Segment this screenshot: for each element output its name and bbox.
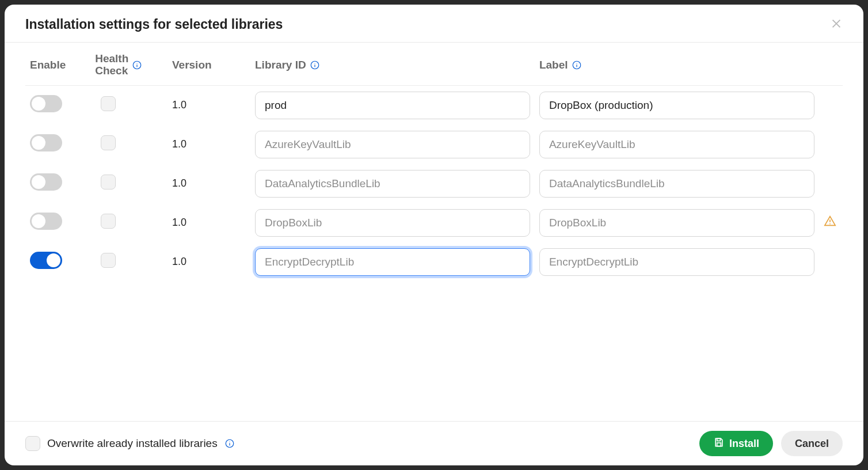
close-button[interactable] (828, 15, 845, 34)
col-header-version: Version (167, 43, 250, 85)
warning-icon[interactable] (824, 218, 836, 230)
col-header-library-id: Library ID (250, 43, 535, 85)
label-input[interactable] (539, 248, 814, 276)
enable-toggle[interactable] (30, 173, 62, 191)
label-input[interactable] (539, 131, 814, 158)
label-input[interactable] (539, 209, 814, 237)
info-icon[interactable] (224, 438, 235, 449)
col-header-enable: Enable (25, 43, 90, 85)
version-cell: 1.0 (167, 203, 250, 242)
enable-toggle[interactable] (30, 95, 62, 112)
close-icon (830, 17, 843, 32)
svg-point-4 (137, 63, 138, 63)
table-row: 1.0 (25, 203, 843, 242)
svg-point-15 (229, 441, 230, 442)
svg-rect-17 (717, 442, 721, 446)
enable-toggle[interactable] (30, 252, 62, 269)
version-cell: 1.0 (167, 85, 250, 125)
label-input[interactable] (539, 92, 814, 119)
col-header-label: Label (535, 43, 819, 85)
modal-body: Enable Health Check Version (5, 43, 863, 421)
health-check-checkbox[interactable] (101, 214, 116, 229)
svg-point-12 (829, 223, 831, 225)
overwrite-checkbox[interactable] (25, 436, 40, 451)
table-row: 1.0 (25, 125, 843, 164)
col-header-health: Health Check (90, 43, 167, 85)
health-check-checkbox[interactable] (101, 96, 116, 111)
modal-title: Installation settings for selected libra… (25, 17, 283, 32)
overwrite-label: Overwrite already installed libraries (47, 437, 218, 450)
enable-toggle[interactable] (30, 134, 62, 151)
library-id-input[interactable] (255, 92, 530, 119)
col-header-warning (819, 43, 843, 85)
cancel-button[interactable]: Cancel (781, 431, 843, 456)
version-cell: 1.0 (167, 164, 250, 203)
library-id-input[interactable] (255, 131, 530, 158)
library-id-input[interactable] (255, 248, 530, 276)
label-input[interactable] (539, 170, 814, 198)
library-id-input[interactable] (255, 170, 530, 198)
health-check-checkbox[interactable] (101, 135, 116, 150)
modal-header: Installation settings for selected libra… (5, 5, 863, 43)
enable-toggle[interactable] (30, 213, 62, 230)
info-icon[interactable] (572, 60, 582, 70)
table-row: 1.0 (25, 242, 843, 282)
save-icon (713, 437, 725, 451)
svg-rect-16 (717, 438, 721, 441)
version-cell: 1.0 (167, 125, 250, 164)
modal-footer: Overwrite already installed libraries In… (5, 421, 863, 465)
health-check-checkbox[interactable] (101, 253, 116, 268)
health-check-checkbox[interactable] (101, 175, 116, 189)
library-id-input[interactable] (255, 209, 530, 237)
info-icon[interactable] (310, 60, 320, 70)
svg-point-10 (576, 63, 577, 63)
install-button[interactable]: Install (699, 431, 773, 456)
libraries-table: Enable Health Check Version (25, 43, 843, 282)
install-settings-modal: Installation settings for selected libra… (5, 5, 863, 465)
info-icon[interactable] (132, 60, 142, 70)
table-header-row: Enable Health Check Version (25, 43, 843, 85)
svg-point-7 (314, 63, 315, 63)
version-cell: 1.0 (167, 242, 250, 282)
table-row: 1.0 (25, 164, 843, 203)
table-row: 1.0 (25, 85, 843, 125)
